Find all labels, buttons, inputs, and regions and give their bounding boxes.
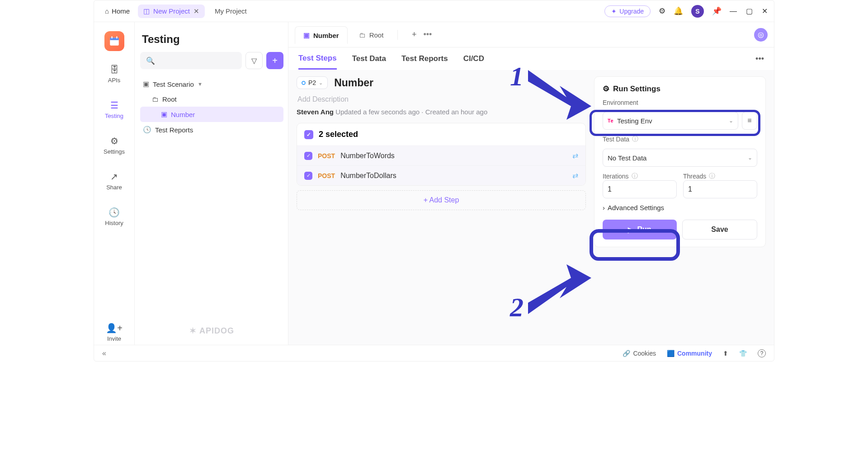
- content-tab-root[interactable]: 🗀 Root: [350, 26, 392, 43]
- avatar[interactable]: S: [691, 5, 704, 18]
- content-tab-number[interactable]: ▣ Number: [295, 26, 348, 44]
- content-tabs: ▣ Number 🗀 Root + ••• ◎: [288, 22, 774, 47]
- threads-input[interactable]: 1: [683, 180, 757, 198]
- filter-button[interactable]: ▽: [245, 52, 263, 69]
- step-row[interactable]: ✓ POST NumberToWords ⇄: [297, 146, 585, 165]
- menu-icon: ≡: [747, 117, 751, 125]
- history-icon: 🕓: [108, 207, 120, 218]
- folder-icon: 🗀: [359, 31, 366, 39]
- steps-card: ✓ 2 selected ✓ POST NumberToWords ⇄ ✓ PO…: [297, 123, 586, 186]
- nav-settings[interactable]: ⚙ Settings: [94, 133, 134, 158]
- community-link[interactable]: 🟦Community: [667, 350, 712, 357]
- content-tab-number-label: Number: [313, 32, 339, 39]
- save-button[interactable]: Save: [682, 220, 757, 239]
- help-icon[interactable]: ⓘ: [709, 172, 715, 180]
- iterations-input[interactable]: 1: [603, 180, 677, 198]
- test-data-select[interactable]: No Test Data ⌄: [603, 149, 757, 167]
- environment-value: Testing Env: [617, 117, 652, 125]
- priority-select[interactable]: P2 ⌄: [297, 76, 328, 89]
- share-icon: ↗: [110, 171, 118, 182]
- more-button[interactable]: •••: [755, 54, 764, 64]
- gear-icon[interactable]: ⚙: [659, 6, 665, 16]
- select-all-checkbox[interactable]: ✓: [304, 130, 313, 139]
- testing-icon: ☰: [110, 100, 118, 111]
- annotation-arrow-2: 2: [510, 260, 591, 323]
- maximize-icon[interactable]: ▢: [746, 7, 753, 15]
- env-switcher-button[interactable]: ◎: [754, 28, 768, 42]
- svg-marker-4: [528, 70, 591, 120]
- step-checkbox[interactable]: ✓: [304, 152, 312, 160]
- step-action-icon[interactable]: ⇄: [572, 151, 578, 160]
- discord-icon: 🟦: [667, 350, 675, 357]
- run-button[interactable]: ▶ Run: [603, 220, 677, 239]
- tree-number[interactable]: ▣ Number: [140, 107, 283, 122]
- tree-root-label: Root: [162, 95, 177, 103]
- nav-testing[interactable]: ☰ Testing: [94, 97, 134, 122]
- cookie-icon: 🔗: [623, 350, 630, 357]
- help-icon[interactable]: ⓘ: [632, 135, 638, 143]
- nav-share-label: Share: [106, 184, 122, 191]
- community-label: Community: [677, 350, 712, 357]
- bell-icon[interactable]: 🔔: [674, 6, 683, 16]
- tab-home[interactable]: ⌂ Home: [100, 5, 134, 18]
- env-tag: Te: [608, 118, 613, 123]
- apis-icon: 🗄: [110, 65, 119, 75]
- chevron-right-icon: ›: [603, 204, 605, 211]
- add-step-button[interactable]: + Add Step: [297, 190, 586, 210]
- help-icon[interactable]: ⓘ: [632, 172, 638, 180]
- step-checkbox[interactable]: ✓: [304, 172, 312, 180]
- step-name: NumberToWords: [340, 152, 567, 160]
- collapse-sidebar-button[interactable]: «: [102, 349, 106, 357]
- side-title: Testing: [140, 30, 283, 52]
- minimize-icon[interactable]: —: [730, 7, 737, 15]
- cookies-link[interactable]: 🔗Cookies: [623, 350, 656, 357]
- nav-share[interactable]: ↗ Share: [94, 169, 134, 193]
- app-logo[interactable]: [104, 31, 124, 51]
- annotation-number-2: 2: [510, 292, 524, 323]
- tshirt-icon[interactable]: 👕: [739, 350, 747, 357]
- upgrade-button[interactable]: ✦ Upgrade: [604, 5, 651, 17]
- titlebar: ⌂ Home ◫ New Project ✕ My Project ✦ Upgr…: [94, 0, 774, 22]
- tree-scenario[interactable]: ▣ Test Scenario ▼: [140, 76, 283, 92]
- nav-rail: 🗄 APIs ☰ Testing ⚙ Settings ↗ Share 🕓 Hi…: [94, 22, 135, 345]
- nav-invite-label: Invite: [107, 335, 121, 342]
- tab-overflow-button[interactable]: •••: [423, 30, 432, 39]
- subtab-test-steps[interactable]: Test Steps: [298, 48, 337, 70]
- run-settings-panel: ⚙̵ Run Settings Environment Te Testing E…: [594, 76, 766, 247]
- tab-active-project[interactable]: ◫ New Project ✕: [138, 5, 205, 18]
- run-settings-title: Run Settings: [613, 84, 660, 94]
- tab-other-project[interactable]: My Project: [208, 5, 253, 18]
- help-icon[interactable]: ?: [758, 349, 766, 357]
- subtab-test-data[interactable]: Test Data: [352, 49, 386, 69]
- upload-icon[interactable]: ⬆: [723, 350, 728, 357]
- svg-rect-2: [111, 36, 112, 38]
- nav-apis[interactable]: 🗄 APIs: [94, 62, 134, 86]
- svg-rect-3: [116, 36, 117, 38]
- chevron-down-icon: ⌄: [748, 155, 752, 161]
- add-tab-button[interactable]: +: [408, 30, 420, 39]
- add-button[interactable]: +: [266, 52, 283, 69]
- close-window-icon[interactable]: ✕: [762, 7, 768, 15]
- http-method: POST: [318, 172, 335, 179]
- pin-icon[interactable]: 📌: [712, 6, 722, 16]
- tree-reports[interactable]: 🕓 Test Reports: [140, 122, 283, 137]
- play-icon: ▶: [628, 225, 633, 234]
- subtab-test-reports[interactable]: Test Reports: [401, 49, 448, 69]
- iterations-label: Iterations: [603, 173, 629, 180]
- http-method: POST: [318, 152, 335, 160]
- nav-history[interactable]: 🕓 History: [94, 204, 134, 229]
- scenario-name[interactable]: Number: [334, 77, 373, 89]
- advanced-settings-toggle[interactable]: › Advanced Settings: [603, 204, 757, 211]
- tree-root[interactable]: 🗀 Root: [140, 92, 283, 107]
- nav-invite[interactable]: 👤+ Invite: [94, 320, 134, 345]
- close-icon[interactable]: ✕: [193, 7, 199, 15]
- step-action-icon[interactable]: ⇄: [572, 171, 578, 180]
- content-tab-root-label: Root: [369, 31, 384, 39]
- environment-select[interactable]: Te Testing Env ⌄: [603, 112, 738, 130]
- nav-settings-label: Settings: [104, 148, 125, 155]
- step-row[interactable]: ✓ POST NumberToDollars ⇄: [297, 165, 585, 185]
- environment-menu-button[interactable]: ≡: [742, 112, 757, 130]
- tree-number-label: Number: [171, 111, 195, 118]
- search-input[interactable]: 🔍: [140, 52, 242, 69]
- subtab-cicd[interactable]: CI/CD: [463, 49, 484, 69]
